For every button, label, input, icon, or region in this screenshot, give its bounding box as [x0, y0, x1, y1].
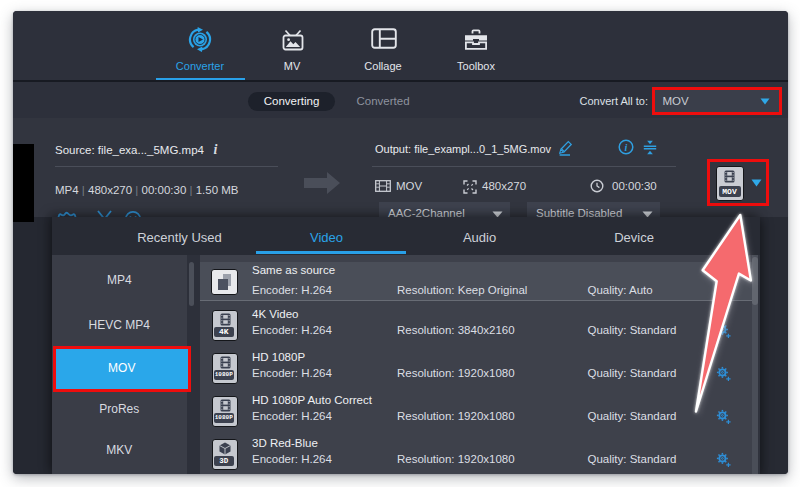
svg-text:i: i [625, 142, 628, 153]
